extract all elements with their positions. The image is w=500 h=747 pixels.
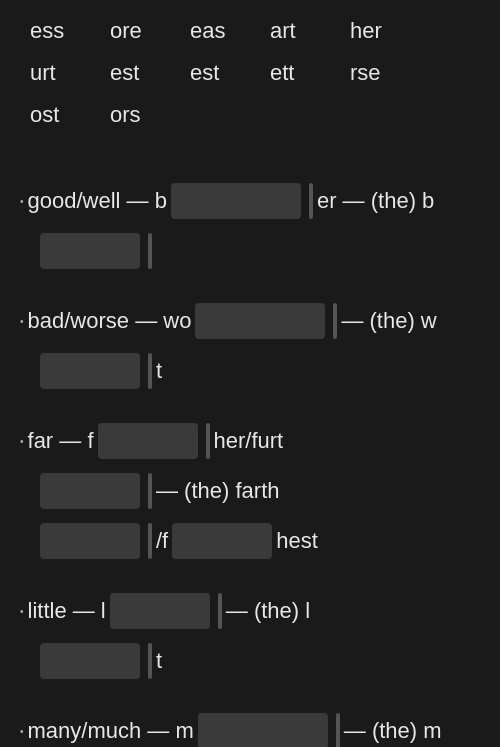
text-far-slash: /f (156, 528, 168, 554)
blank-little-comp[interactable] (110, 593, 210, 629)
text-many-much: many/much — m (28, 718, 194, 744)
section-little: • little — l — (the) l t (0, 582, 500, 698)
divider-good-well-2 (148, 233, 152, 269)
bullet-many-much: • (20, 726, 24, 737)
blank-far-comp[interactable] (98, 423, 198, 459)
text-little-sup: — (the) l (226, 598, 310, 624)
text-many-much-sup: — (the) m (344, 718, 442, 744)
divider-far-3 (148, 523, 152, 559)
row-far-1: • far — f her/furt (20, 420, 480, 462)
section-far: • far — f her/furt — (the) farth /f hest (0, 412, 500, 578)
word-ore: ore (100, 10, 180, 52)
bullet-bad-worse: • (20, 316, 24, 327)
text-far-farth: — (the) farth (156, 478, 279, 504)
row-good-well-2 (36, 230, 480, 272)
word-art: art (260, 10, 340, 52)
word-est1: est (100, 52, 180, 94)
row-bad-worse-1: • bad/worse — wo — (the) w (20, 300, 480, 342)
blank-far-sup2[interactable] (40, 523, 140, 559)
blank-good-well-comp[interactable] (171, 183, 301, 219)
row-bad-worse-2: t (36, 350, 480, 392)
row-many-much-1: • many/much — m — (the) m (20, 710, 480, 747)
word-ess: ess (20, 10, 100, 52)
text-bad-worse-sup: — (the) w (341, 308, 436, 334)
word-eas: eas (180, 10, 260, 52)
blank-bad-worse-sup2[interactable] (40, 353, 140, 389)
divider-far-2 (148, 473, 152, 509)
text-far-hest: hest (276, 528, 318, 554)
divider-little (218, 593, 222, 629)
divider-far (206, 423, 210, 459)
divider-bad-worse-2 (148, 353, 152, 389)
text-far: far — f (28, 428, 94, 454)
text-bad-worse: bad/worse — wo (28, 308, 192, 334)
divider-bad-worse (333, 303, 337, 339)
row-far-2: — (the) farth (36, 470, 480, 512)
row-good-well-1: • good/well — b er — (the) b (20, 180, 480, 222)
word-ett: ett (260, 52, 340, 94)
word-ors: ors (100, 94, 180, 136)
blank-good-well-sup2[interactable] (40, 233, 140, 269)
row-little-2: t (36, 640, 480, 682)
blank-bad-worse-comp[interactable] (195, 303, 325, 339)
row-far-3: /f hest (36, 520, 480, 562)
word-her: her (340, 10, 420, 52)
bullet-little: • (20, 606, 24, 617)
section-good-well: • good/well — b er — (the) b (0, 172, 500, 288)
section-bad-worse: • bad/worse — wo — (the) w t (0, 292, 500, 408)
divider-good-well (309, 183, 313, 219)
word-rse: rse (340, 52, 420, 94)
row-little-1: • little — l — (the) l (20, 590, 480, 632)
text-good-well-sup: er — (the) b (317, 188, 434, 214)
bullet-good-well: • (20, 196, 24, 207)
blank-little-sup2[interactable] (40, 643, 140, 679)
divider-little-2 (148, 643, 152, 679)
word-ost: ost (20, 94, 100, 136)
text-little: little — l (28, 598, 106, 624)
section-many-much: • many/much — m — (the) m (0, 702, 500, 747)
divider-many-much (336, 713, 340, 747)
text-good-well: good/well — b (28, 188, 167, 214)
blank-many-much-comp[interactable] (198, 713, 328, 747)
word-est2: est (180, 52, 260, 94)
blank-far-sup3[interactable] (172, 523, 272, 559)
word-grid: ess ore eas art her urt est est ett rse … (0, 0, 500, 156)
blank-far-sup[interactable] (40, 473, 140, 509)
bullet-far: • (20, 436, 24, 447)
text-little-t: t (156, 648, 162, 674)
text-far-comp2: her/furt (214, 428, 284, 454)
word-urt: urt (20, 52, 100, 94)
text-bad-worse-t: t (156, 358, 162, 384)
